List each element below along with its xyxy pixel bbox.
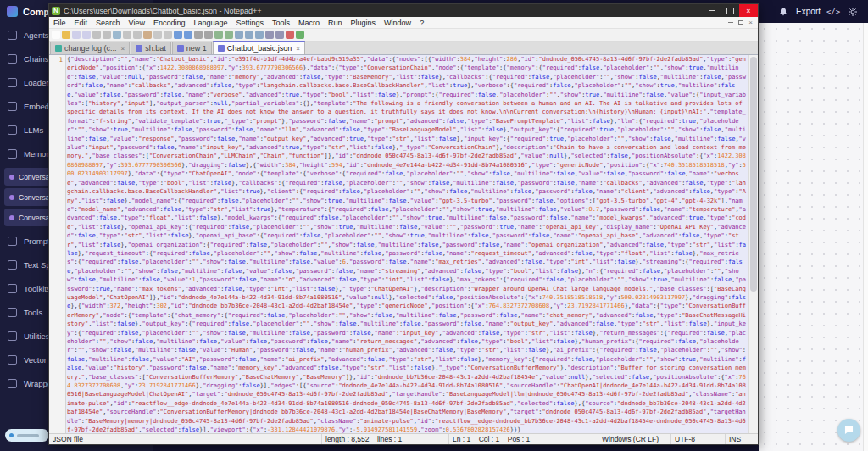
page-scrollbar[interactable] [863, 23, 868, 451]
menu-edit[interactable]: Edit [70, 19, 92, 27]
tab-new-1[interactable]: new 1 [172, 42, 212, 54]
menu-encoding[interactable]: Encoding [149, 19, 190, 27]
database-icon [8, 355, 17, 365]
close-all-icon[interactable] [103, 31, 111, 39]
tab-change-log-c[interactable]: change log (c...× [50, 42, 130, 54]
sync-horizontal-icon[interactable] [225, 31, 233, 39]
tab-label: new 1 [186, 44, 207, 53]
minimize-button[interactable] [702, 4, 721, 17]
function-list-icon[interactable] [275, 31, 284, 39]
menu-bar: FileEditSearchViewEncodingLanguageSettin… [49, 17, 758, 29]
brain-icon [8, 125, 17, 135]
utilities-icon [8, 331, 17, 341]
gift-icon [8, 379, 17, 388]
sync-vertical-icon[interactable] [214, 31, 223, 39]
indent-guide-icon[interactable] [255, 31, 264, 39]
editor-area: 1 {"description":"","name":"Chatbot_basi… [49, 55, 758, 433]
doc-restore-icon[interactable] [738, 20, 743, 25]
macro-record-icon[interactable] [286, 31, 294, 39]
line-number: 1 [58, 56, 63, 64]
title-bar[interactable]: N C:\Users\user\Downloads\Chatbot_basic.… [49, 4, 758, 17]
gear-icon[interactable] [846, 5, 860, 19]
sidebar-item-label: Chains [24, 54, 49, 64]
robot-icon [8, 31, 17, 40]
file-icon [55, 45, 62, 52]
zoom-out-icon[interactable] [204, 31, 213, 39]
file-icon [218, 45, 225, 52]
status-encoding[interactable]: UTF-8 [671, 434, 726, 444]
menu-window[interactable]: Window [380, 19, 415, 27]
menu-run[interactable]: Run [324, 19, 347, 27]
export-button[interactable]: Export [796, 7, 821, 16]
menu-bar-items: FileEditSearchViewEncodingLanguageSettin… [49, 19, 728, 27]
bell-icon[interactable] [776, 5, 790, 19]
app-header: Export </> [759, 0, 868, 23]
doc-minimize-icon[interactable] [728, 22, 733, 23]
sidebar-item-label: Tools [24, 308, 42, 317]
save-icon[interactable] [72, 31, 81, 39]
open-folder-icon[interactable] [62, 31, 70, 39]
tab-sh-bat[interactable]: sh.bat [131, 42, 171, 54]
notepad-window: N C:\Users\user\Downloads\Chatbot_basic.… [48, 3, 759, 445]
new-file-icon[interactable] [52, 31, 60, 39]
status-bar: JSON file length : 8,552 lines : 1 Ln : … [49, 433, 758, 444]
text-editor[interactable]: {"description":"","name":"Chatbot_basic"… [66, 55, 748, 433]
tab-close-icon[interactable]: × [296, 45, 300, 53]
save-all-icon[interactable] [82, 31, 91, 39]
flow-canvas-panel: Export </> [759, 0, 868, 451]
menu-plugins[interactable]: Plugins [347, 19, 381, 27]
cut-icon[interactable] [123, 31, 131, 39]
menu-view[interactable]: View [125, 19, 149, 27]
flow-canvas[interactable] [759, 23, 863, 451]
editor-scrollbar[interactable] [748, 55, 758, 433]
paste-icon[interactable] [143, 31, 152, 39]
file-icon [177, 45, 184, 52]
chain-icon [8, 54, 17, 64]
tab-close-icon[interactable]: × [121, 45, 125, 53]
menu-search[interactable]: Search [92, 19, 125, 27]
scissors-icon [8, 260, 17, 270]
maximize-button[interactable] [721, 4, 739, 17]
menu-tools[interactable]: Tools [268, 19, 294, 27]
status-badge[interactable] [5, 429, 49, 442]
sidebar-item-label: Agents [24, 31, 49, 40]
window-title: C:\Users\user\Downloads\Chatbot_basic.js… [64, 7, 702, 15]
chat-button[interactable] [837, 419, 860, 442]
menu-settings[interactable]: Settings [232, 19, 269, 27]
close-button[interactable]: × [739, 4, 758, 17]
tab-chatbot-basic-json[interactable]: Chatbot_basic.json× [213, 41, 305, 54]
badge-text-placeholder [17, 434, 39, 437]
tab-label: Chatbot_basic.json [227, 44, 292, 53]
undo-icon[interactable] [153, 31, 162, 39]
status-eol-format[interactable]: Windows (CR LF) [598, 434, 671, 444]
editor-text[interactable]: {"description":"","name":"Chatbot_basic"… [67, 55, 748, 433]
tab-bar: change log (c...×sh.batnew 1Chatbot_basi… [49, 42, 758, 55]
menu-language[interactable]: Language [189, 19, 231, 27]
status-doc-type: JSON file [49, 434, 322, 444]
sidebar-item-label: Utilities [24, 331, 50, 341]
doc-close-icon[interactable]: × [748, 19, 753, 26]
menu-file[interactable]: File [49, 19, 70, 27]
print-icon[interactable] [113, 31, 121, 39]
replace-icon[interactable] [184, 31, 192, 39]
status-insert-mode[interactable]: INS [726, 434, 758, 444]
tab-label: change log (c... [64, 44, 117, 53]
find-icon[interactable] [174, 31, 182, 39]
doc-map-icon[interactable] [265, 31, 274, 39]
show-all-chars-icon[interactable] [245, 31, 253, 39]
menu-macro[interactable]: Macro [294, 19, 324, 27]
scrollbar-thumb[interactable] [750, 57, 757, 292]
screen: Components AgentsChainsLoadersEmbeddings… [0, 0, 868, 451]
toolkit-icon [8, 284, 17, 293]
close-file-icon[interactable] [92, 31, 101, 39]
copy-icon[interactable] [133, 31, 142, 39]
macro-play-icon[interactable] [296, 31, 304, 39]
zoom-in-icon[interactable] [194, 31, 203, 39]
layers-icon [8, 102, 17, 111]
code-icon[interactable]: </> [826, 5, 840, 19]
menu-help[interactable]: ? [415, 19, 428, 27]
redo-icon[interactable] [164, 31, 172, 39]
chat-bubble-icon [843, 425, 854, 436]
line-number-gutter: 1 [49, 55, 66, 433]
word-wrap-icon[interactable] [235, 31, 243, 39]
